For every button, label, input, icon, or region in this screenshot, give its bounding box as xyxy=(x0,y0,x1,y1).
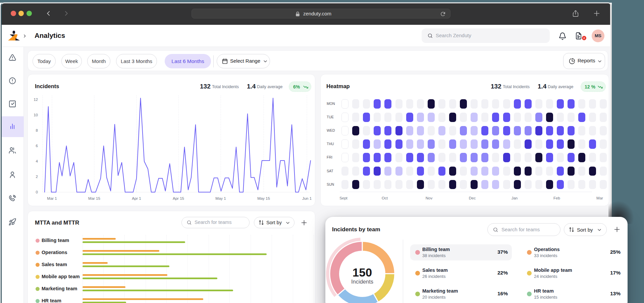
svg-text:Mar 15: Mar 15 xyxy=(88,196,100,200)
svg-text:May 15: May 15 xyxy=(257,196,270,200)
svg-text:Apr 1: Apr 1 xyxy=(132,196,141,200)
svg-text:2: 2 xyxy=(36,175,38,179)
svg-text:Mar 1: Mar 1 xyxy=(47,196,57,200)
svg-text:Apr 15: Apr 15 xyxy=(173,196,184,200)
svg-text:12: 12 xyxy=(34,98,38,102)
svg-text:Jun 1: Jun 1 xyxy=(302,196,312,200)
svg-text:0: 0 xyxy=(36,190,38,194)
svg-text:May 1: May 1 xyxy=(215,196,226,200)
svg-text:6: 6 xyxy=(36,144,38,148)
svg-text:10: 10 xyxy=(34,113,38,117)
svg-text:4: 4 xyxy=(36,159,38,163)
svg-text:8: 8 xyxy=(36,128,38,132)
